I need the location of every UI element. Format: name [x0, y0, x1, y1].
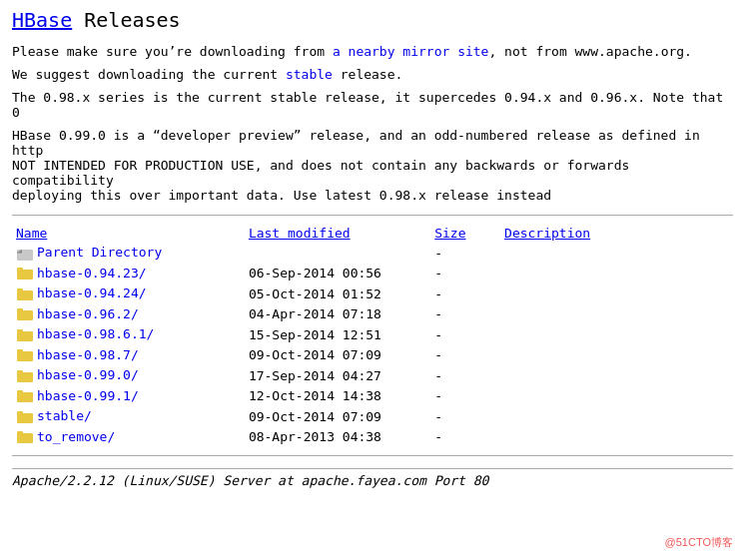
svg-rect-5	[17, 290, 33, 300]
svg-rect-14	[17, 370, 23, 373]
svg-rect-4	[17, 268, 23, 271]
file-size: -	[430, 427, 500, 448]
modified-date: 09-Oct-2014 07:09	[245, 345, 430, 366]
file-link[interactable]: hbase-0.94.24/	[37, 285, 147, 300]
hbase-link[interactable]: HBase	[12, 8, 72, 32]
svg-rect-12	[17, 349, 23, 352]
svg-rect-8	[17, 308, 23, 311]
file-description	[500, 427, 733, 448]
para3: The 0.98.x series is the current stable …	[12, 90, 733, 120]
svg-rect-9	[17, 331, 33, 341]
modified-date: 12-Oct-2014 14:38	[245, 386, 430, 407]
file-link[interactable]: hbase-0.99.1/	[37, 388, 139, 403]
file-link[interactable]: stable/	[37, 408, 92, 423]
folder-icon	[16, 327, 34, 343]
folder-icon	[16, 388, 37, 403]
svg-rect-20	[17, 431, 23, 434]
para4: HBase 0.99.0 is a “developer preview” re…	[12, 128, 733, 203]
modified-date: 05-Oct-2014 01:52	[245, 283, 430, 304]
svg-rect-17	[17, 413, 33, 423]
folder-icon	[16, 306, 34, 322]
file-description	[500, 304, 733, 325]
modified-date: 06-Sep-2014 00:56	[245, 264, 430, 284]
table-row: hbase-0.98.7/09-Oct-2014 07:09-	[12, 345, 733, 366]
stable-link[interactable]: stable	[286, 67, 333, 82]
col-header-modified[interactable]: Last modified	[245, 224, 430, 243]
svg-rect-15	[17, 392, 33, 402]
para1: Please make sure you’re downloading from…	[12, 44, 733, 59]
para2: We suggest downloading the current stabl…	[12, 67, 733, 82]
table-row: stable/09-Oct-2014 07:09-	[12, 406, 733, 427]
watermark: @51CTO博客	[661, 533, 737, 552]
svg-rect-3	[17, 270, 33, 280]
table-row: hbase-0.99.0/17-Sep-2014 04:27-	[12, 365, 733, 386]
col-header-size[interactable]: Size	[430, 224, 500, 243]
folder-icon	[16, 285, 37, 300]
file-description	[500, 365, 733, 386]
folder-icon	[16, 388, 34, 404]
file-link[interactable]: Parent Directory	[37, 245, 162, 260]
back-arrow-icon	[16, 245, 37, 260]
modified-date: 17-Sep-2014 04:27	[245, 365, 430, 386]
file-description	[500, 324, 733, 345]
table-row: to_remove/08-Apr-2013 04:38-	[12, 427, 733, 448]
folder-icon	[16, 266, 37, 280]
file-size: -	[430, 386, 500, 407]
table-row: hbase-0.99.1/12-Oct-2014 14:38-	[12, 386, 733, 407]
svg-rect-11	[17, 351, 33, 361]
file-link[interactable]: hbase-0.96.2/	[37, 306, 139, 321]
table-divider-bottom	[12, 455, 733, 456]
file-link[interactable]: to_remove/	[37, 429, 115, 444]
file-size: -	[430, 324, 500, 345]
folder-icon	[16, 286, 34, 302]
svg-rect-19	[17, 433, 33, 443]
file-size: -	[430, 345, 500, 366]
col-header-name[interactable]: Name	[12, 224, 245, 243]
folder-icon	[16, 326, 37, 341]
folder-icon	[16, 347, 37, 362]
svg-rect-18	[17, 411, 23, 414]
file-size: -	[430, 243, 500, 264]
file-size: -	[430, 406, 500, 427]
footer: Apache/2.2.12 (Linux/SUSE) Server at apa…	[12, 468, 733, 488]
table-row: hbase-0.98.6.1/15-Sep-2014 12:51-	[12, 324, 733, 345]
folder-icon	[16, 429, 34, 445]
folder-icon	[16, 408, 37, 423]
page-title: HBase Releases	[12, 8, 733, 32]
file-size: -	[430, 365, 500, 386]
table-row: hbase-0.96.2/04-Apr-2014 07:18-	[12, 304, 733, 325]
file-link[interactable]: hbase-0.98.7/	[37, 347, 139, 362]
svg-rect-7	[17, 310, 33, 320]
modified-date: 15-Sep-2014 12:51	[245, 324, 430, 345]
svg-rect-10	[17, 329, 23, 332]
table-body: Parent Directory-hbase-0.94.23/06-Sep-20…	[12, 243, 733, 447]
file-size: -	[430, 264, 500, 284]
file-size: -	[430, 283, 500, 304]
folder-icon	[16, 266, 34, 281]
file-description	[500, 345, 733, 366]
folder-icon	[16, 367, 37, 382]
file-description	[500, 243, 733, 264]
folder-icon	[16, 409, 34, 425]
svg-rect-6	[17, 288, 23, 291]
col-header-desc[interactable]: Description	[500, 224, 733, 243]
file-link[interactable]: hbase-0.99.0/	[37, 367, 139, 382]
file-description	[500, 264, 733, 284]
table-row: hbase-0.94.24/05-Oct-2014 01:52-	[12, 283, 733, 304]
svg-rect-13	[17, 372, 33, 382]
file-listing-table: Name Last modified Size Description Pare…	[12, 224, 733, 447]
folder-icon	[16, 306, 37, 321]
description-block: Please make sure you’re downloading from…	[12, 44, 733, 203]
folder-icon	[16, 368, 34, 384]
mirror-link[interactable]: a nearby mirror site	[333, 44, 489, 59]
table-divider-top	[12, 215, 733, 216]
modified-date: 08-Apr-2013 04:38	[245, 427, 430, 448]
table-row: Parent Directory-	[12, 243, 733, 264]
modified-date	[245, 243, 430, 264]
folder-icon	[16, 429, 37, 444]
file-link[interactable]: hbase-0.94.23/	[37, 266, 147, 280]
file-link[interactable]: hbase-0.98.6.1/	[37, 326, 154, 341]
modified-date: 09-Oct-2014 07:09	[245, 406, 430, 427]
file-description	[500, 406, 733, 427]
file-description	[500, 283, 733, 304]
